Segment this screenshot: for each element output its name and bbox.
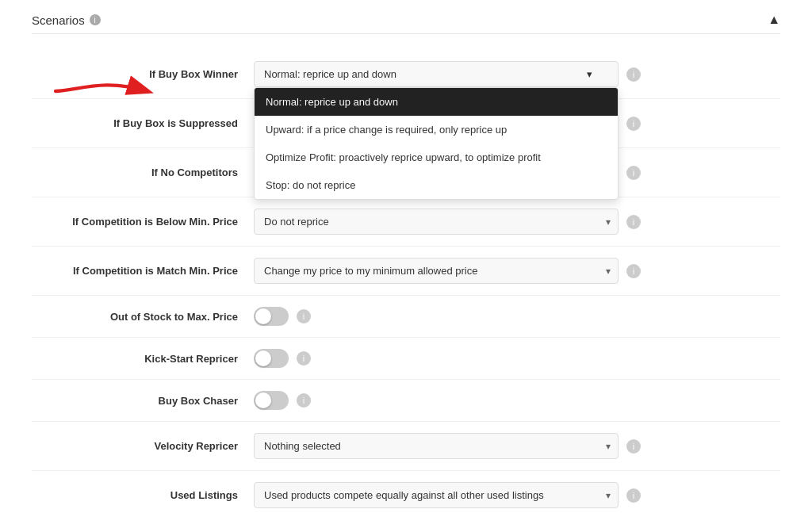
buy-box-winner-menu: Normal: reprice up and down Upward: if a… [254, 87, 619, 200]
velocity-repricer-wrapper: Nothing selected ▾ [254, 433, 619, 459]
label-out-of-stock: Out of Stock to Max. Price [32, 311, 254, 323]
competition-match-min-wrapper: Change my price to my minimum allowed pr… [254, 258, 619, 284]
velocity-repricer-select[interactable]: Nothing selected [254, 433, 619, 459]
page-container: Scenarios i ▲ If Buy Box Winner Normal: … [0, 0, 812, 513]
control-velocity-repricer: Nothing selected ▾ i [254, 433, 780, 459]
toggle-container-buy-box-chaser [254, 391, 289, 410]
header-row: Scenarios i ▲ [32, 13, 780, 34]
info-icon-kick-start[interactable]: i [297, 351, 311, 366]
info-icon-competition-below-min[interactable]: i [626, 215, 641, 229]
page-title: Scenarios [32, 13, 85, 27]
label-competition-match-min: If Competition is Match Min. Price [32, 265, 254, 277]
form-section: If Buy Box Winner Normal: reprice up and… [32, 50, 780, 513]
control-out-of-stock: i [254, 307, 780, 326]
form-row-buy-box-chaser: Buy Box Chaser i [32, 380, 780, 422]
buy-box-winner-trigger[interactable]: Normal: reprice up and down ▾ [254, 61, 619, 87]
dropdown-item-optimize[interactable]: Optimize Profit: proactively reprice upw… [255, 144, 618, 171]
info-icon-competition-match-min[interactable]: i [626, 264, 641, 278]
toggle-out-of-stock[interactable] [254, 307, 289, 326]
competition-match-min-select[interactable]: Change my price to my minimum allowed pr… [254, 258, 619, 284]
form-row-competition-match-min: If Competition is Match Min. Price Chang… [32, 247, 780, 296]
toggle-container-kick-start [254, 349, 289, 368]
dropdown-item-stop[interactable]: Stop: do not reprice [255, 171, 618, 199]
info-icon-buy-box-suppressed[interactable]: i [626, 117, 641, 131]
collapse-icon[interactable]: ▲ [768, 13, 780, 27]
form-row-used-listings: Used Listings Used products compete equa… [32, 471, 780, 513]
label-used-listings: Used Listings [32, 489, 254, 501]
label-no-competitors: If No Competitors [32, 167, 254, 178]
label-buy-box-chaser: Buy Box Chaser [32, 395, 254, 407]
buy-box-winner-value: Normal: reprice up and down [264, 68, 396, 80]
form-row-competition-below-min: If Competition is Below Min. Price Do no… [32, 197, 780, 247]
form-row-velocity-repricer: Velocity Repricer Nothing selected ▾ i [32, 422, 780, 471]
label-kick-start: Kick-Start Repricer [32, 353, 254, 365]
info-icon-used-listings[interactable]: i [626, 488, 641, 503]
form-row-out-of-stock: Out of Stock to Max. Price i [32, 296, 780, 338]
control-competition-below-min: Do not reprice ▾ i [254, 209, 780, 235]
label-if-buy-box-winner: If Buy Box Winner [32, 68, 254, 80]
control-buy-box-chaser: i [254, 391, 780, 410]
buy-box-winner-dropdown-wrapper: Normal: reprice up and down ▾ Normal: re… [254, 61, 619, 87]
label-buy-box-suppressed: If Buy Box is Suppressed [32, 117, 254, 129]
form-row-kick-start: Kick-Start Repricer i [32, 338, 780, 380]
used-listings-wrapper: Used products compete equally against al… [254, 482, 619, 508]
dropdown-item-normal[interactable]: Normal: reprice up and down [255, 88, 618, 116]
info-icon-out-of-stock[interactable]: i [297, 309, 311, 323]
control-used-listings: Used products compete equally against al… [254, 482, 780, 508]
scenarios-info-icon[interactable]: i [90, 14, 101, 25]
control-kick-start: i [254, 349, 780, 368]
label-competition-below-min: If Competition is Below Min. Price [32, 216, 254, 228]
used-listings-select[interactable]: Used products compete equally against al… [254, 482, 619, 508]
control-if-buy-box-winner: Normal: reprice up and down ▾ Normal: re… [254, 61, 780, 87]
competition-below-min-wrapper: Do not reprice ▾ [254, 209, 619, 235]
toggle-container-out-of-stock [254, 307, 289, 326]
toggle-buy-box-chaser[interactable] [254, 391, 289, 410]
dropdown-item-upward[interactable]: Upward: if a price change is required, o… [255, 116, 618, 144]
scenarios-title: Scenarios i [32, 13, 101, 27]
info-icon-velocity-repricer[interactable]: i [626, 439, 641, 454]
info-icon-buy-box-winner[interactable]: i [626, 67, 641, 82]
control-competition-match-min: Change my price to my minimum allowed pr… [254, 258, 780, 284]
info-icon-no-competitors[interactable]: i [626, 166, 641, 180]
toggle-kick-start[interactable] [254, 349, 289, 368]
buy-box-winner-chevron: ▾ [587, 68, 592, 80]
label-velocity-repricer: Velocity Repricer [32, 440, 254, 452]
info-icon-buy-box-chaser[interactable]: i [297, 393, 311, 408]
form-row-if-buy-box-winner: If Buy Box Winner Normal: reprice up and… [32, 50, 780, 99]
competition-below-min-select[interactable]: Do not reprice [254, 209, 619, 235]
